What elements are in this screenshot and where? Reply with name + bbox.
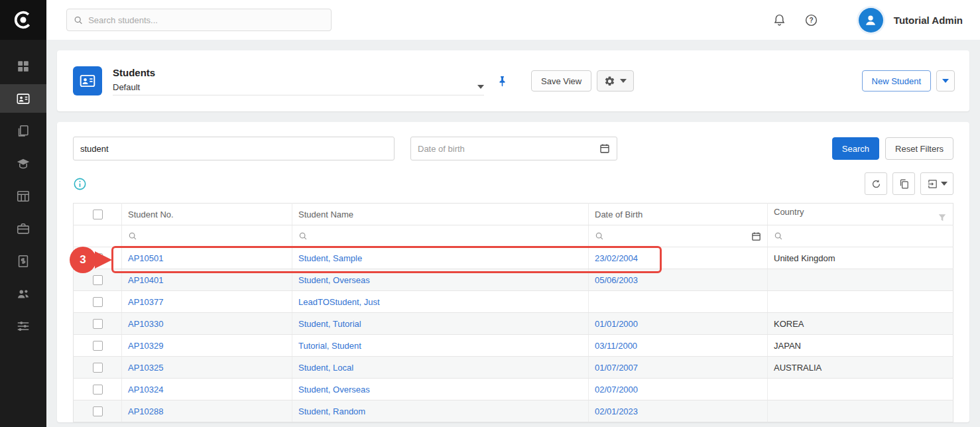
select-all-checkbox[interactable] xyxy=(93,210,103,219)
export-button[interactable] xyxy=(920,172,953,195)
row-checkbox[interactable] xyxy=(93,341,103,351)
copy-icon xyxy=(898,178,910,190)
student-name-filter[interactable] xyxy=(298,231,582,241)
student-dob-link[interactable]: 01/07/2007 xyxy=(595,363,638,373)
save-view-button[interactable]: Save View xyxy=(531,70,591,91)
global-search-input[interactable] xyxy=(88,15,324,25)
sidebar-item-courses[interactable] xyxy=(0,149,46,178)
student-dob-link[interactable]: 03/11/2000 xyxy=(595,341,637,351)
export-icon xyxy=(927,178,938,190)
table-body: AP10501 Student, Sample 23/02/2004 Unite… xyxy=(74,247,953,422)
student-no-link[interactable]: AP10501 xyxy=(128,253,164,263)
column-header-dob[interactable]: Date of Birth xyxy=(589,204,768,225)
refresh-icon xyxy=(871,178,882,190)
reset-filters-label: Reset Filters xyxy=(895,144,944,154)
info-icon[interactable] xyxy=(73,177,87,191)
student-no-link[interactable]: AP10325 xyxy=(128,363,164,373)
filter-actions: Search Reset Filters xyxy=(832,137,953,160)
reset-filters-button[interactable]: Reset Filters xyxy=(885,137,953,160)
user-avatar-icon xyxy=(863,13,878,27)
row-checkbox[interactable] xyxy=(93,275,103,285)
student-name-link[interactable]: Student, Overseas xyxy=(298,275,370,285)
dob-column-filter[interactable] xyxy=(595,231,761,241)
country-filter[interactable] xyxy=(774,231,947,241)
keyword-filter-input[interactable] xyxy=(73,137,395,160)
student-name-link[interactable]: Student, Local xyxy=(298,363,353,373)
new-student-menu-button[interactable] xyxy=(936,70,955,91)
documents-icon xyxy=(16,124,31,139)
dob-filter-input[interactable] xyxy=(418,144,594,154)
students-icon xyxy=(16,91,31,106)
search-icon xyxy=(74,15,83,25)
student-no-link[interactable]: AP10330 xyxy=(128,319,164,329)
notifications-button[interactable] xyxy=(771,11,788,29)
grid-toolbar-row xyxy=(73,172,953,195)
sidebar-item-briefcase[interactable] xyxy=(0,214,46,243)
help-icon: ? xyxy=(804,13,818,27)
copy-button[interactable] xyxy=(892,172,915,195)
student-dob-link[interactable]: 02/01/2023 xyxy=(595,406,638,416)
student-no-link[interactable]: AP10324 xyxy=(128,385,164,395)
student-name-link[interactable]: Student, Tutorial xyxy=(298,319,361,329)
student-no-link[interactable]: AP10401 xyxy=(128,275,164,285)
sidebar-item-settings[interactable] xyxy=(0,312,46,340)
table-row: AP10324 Student, Overseas 02/07/2000 xyxy=(74,379,953,400)
chevron-down-icon xyxy=(941,182,948,186)
table-header-row: Student No. Student Name Date of Birth C… xyxy=(74,204,953,225)
view-settings-button[interactable] xyxy=(597,70,634,91)
sidebar-item-invoices[interactable] xyxy=(0,247,46,275)
student-name-link[interactable]: Student, Random xyxy=(298,406,365,416)
row-checkbox[interactable] xyxy=(93,406,103,416)
view-block: Students Default xyxy=(113,67,484,95)
new-student-button[interactable]: New Student xyxy=(862,70,931,91)
student-no-link[interactable]: AP10377 xyxy=(128,297,164,307)
student-dob-link[interactable]: 23/02/2004 xyxy=(595,253,638,263)
dob-filter-field xyxy=(410,137,617,160)
column-header-country[interactable]: Country xyxy=(768,204,953,225)
sidebar-item-students[interactable] xyxy=(0,84,46,113)
sidebar-item-documents[interactable] xyxy=(0,117,46,145)
row-checkbox[interactable] xyxy=(93,253,103,263)
student-name-link[interactable]: LeadTOStudent, Just xyxy=(298,297,380,307)
help-button[interactable]: ? xyxy=(803,11,820,29)
student-name-link[interactable]: Student, Sample xyxy=(298,253,362,263)
sidebar-item-contacts[interactable] xyxy=(0,279,46,308)
table-row: AP10377 LeadTOStudent, Just xyxy=(74,291,953,313)
gear-icon xyxy=(604,76,615,87)
view-selector-dropdown[interactable]: Default xyxy=(113,82,484,95)
filter-funnel-icon[interactable] xyxy=(938,213,947,222)
sidebar-item-dashboard[interactable] xyxy=(0,52,46,80)
student-no-filter[interactable] xyxy=(128,231,286,241)
app-logo[interactable] xyxy=(0,0,46,40)
sidebar-item-timetable[interactable] xyxy=(0,182,46,210)
table-row: AP10501 Student, Sample 23/02/2004 Unite… xyxy=(74,247,953,269)
user-name[interactable]: Tutorial Admin xyxy=(894,15,963,26)
table-row: AP10329 Tutorial, Student 03/11/2000 JAP… xyxy=(74,335,953,357)
student-name-link[interactable]: Tutorial, Student xyxy=(298,341,361,351)
row-checkbox[interactable] xyxy=(93,385,103,395)
student-dob-link[interactable]: 01/01/2000 xyxy=(595,319,638,329)
column-header-student-name[interactable]: Student Name xyxy=(292,204,589,225)
pin-view-button[interactable] xyxy=(496,75,509,88)
refresh-button[interactable] xyxy=(865,172,887,195)
sidebar-nav xyxy=(0,40,46,340)
student-dob-link[interactable]: 05/06/2003 xyxy=(595,275,638,285)
sidebar xyxy=(0,0,46,427)
student-dob-link[interactable]: 02/07/2000 xyxy=(595,385,638,395)
calendar-icon[interactable] xyxy=(751,231,761,241)
table-row: AP10330 Student, Tutorial 01/01/2000 KOR… xyxy=(74,313,953,335)
briefcase-icon xyxy=(16,221,31,236)
main-area: ? Tutorial Admin xyxy=(46,0,980,427)
row-checkbox[interactable] xyxy=(93,297,103,307)
row-checkbox[interactable] xyxy=(93,363,103,373)
student-no-link[interactable]: AP10288 xyxy=(128,406,164,416)
courses-icon xyxy=(16,156,31,171)
student-name-link[interactable]: Student, Overseas xyxy=(298,385,370,395)
student-no-link[interactable]: AP10329 xyxy=(128,341,164,351)
column-header-student-no[interactable]: Student No. xyxy=(122,204,292,225)
row-checkbox[interactable] xyxy=(93,319,103,329)
user-avatar[interactable] xyxy=(859,8,883,32)
calendar-icon[interactable] xyxy=(599,143,610,154)
students-list-card: Search Reset Filters xyxy=(57,122,969,422)
search-button[interactable]: Search xyxy=(832,137,879,160)
